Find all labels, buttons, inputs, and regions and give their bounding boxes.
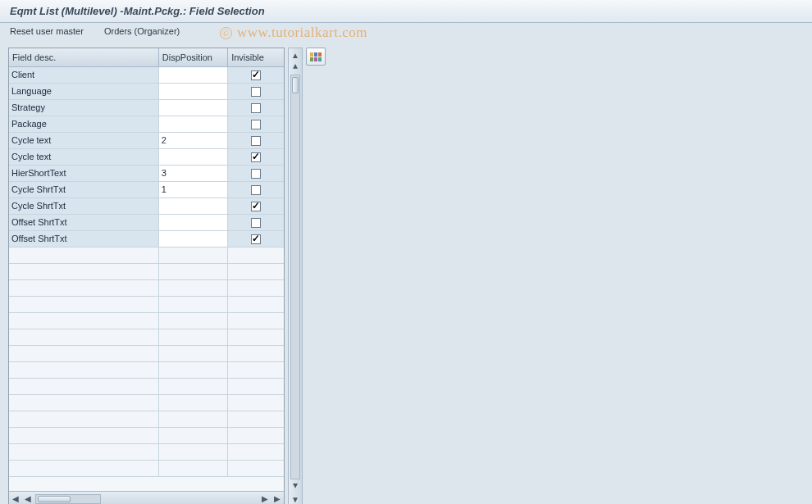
disp-position-cell[interactable] bbox=[158, 99, 227, 116]
watermark-text: www.tutorialkart.com bbox=[237, 25, 367, 40]
disp-position-cell[interactable] bbox=[158, 148, 227, 165]
table-row: Offset ShrtTxt bbox=[9, 214, 284, 230]
field-desc-cell[interactable]: Cycle text bbox=[9, 132, 158, 148]
scroll-up-icon[interactable]: ▲ bbox=[290, 50, 300, 60]
invisible-checkbox[interactable] bbox=[251, 169, 261, 179]
v-scroll-track[interactable] bbox=[290, 75, 300, 479]
field-desc-cell[interactable]: HierShortText bbox=[9, 165, 158, 181]
disp-position-cell[interactable] bbox=[158, 214, 227, 230]
invisible-checkbox[interactable] bbox=[251, 202, 261, 211]
invisible-cell[interactable] bbox=[228, 148, 284, 165]
table-row bbox=[9, 312, 284, 329]
table-row bbox=[9, 345, 284, 361]
disp-position-cell[interactable]: 2 bbox=[158, 132, 227, 148]
invisible-checkbox[interactable] bbox=[251, 152, 261, 162]
field-desc-cell[interactable]: Strategy bbox=[9, 99, 158, 116]
field-desc-cell[interactable]: Cycle text bbox=[9, 148, 158, 165]
window-title: Eqmt List (Multilevel) -Maint.Pckg.: Fie… bbox=[0, 0, 812, 23]
disp-position-cell[interactable]: 3 bbox=[158, 165, 227, 181]
invisible-cell[interactable] bbox=[228, 181, 284, 198]
scroll-right-icon[interactable]: ▶ bbox=[272, 494, 282, 504]
title-text: Eqmt List (Multilevel) -Maint.Pckg.: Fie… bbox=[10, 5, 265, 17]
h-scroll-track[interactable] bbox=[35, 494, 101, 504]
vertical-scrollbar[interactable]: ▲ ▼ ▲ ▼ bbox=[288, 48, 303, 504]
table-row bbox=[9, 329, 284, 345]
invisible-checkbox[interactable] bbox=[251, 234, 261, 244]
field-desc-cell[interactable]: Offset ShrtTxt bbox=[9, 214, 158, 230]
table-row: Cycle ShrtTxt bbox=[9, 198, 284, 214]
scroll-right-step-icon[interactable]: ▶ bbox=[260, 494, 270, 504]
scroll-down-icon[interactable]: ▼ bbox=[290, 494, 300, 504]
disp-position-cell[interactable] bbox=[158, 116, 227, 132]
table-settings-button[interactable] bbox=[306, 48, 326, 66]
column-invisible[interactable]: Invisible bbox=[228, 48, 284, 66]
disp-position-cell[interactable] bbox=[158, 83, 227, 99]
reset-user-master-button[interactable]: Reset user master bbox=[10, 26, 84, 36]
table-row bbox=[9, 394, 284, 411]
field-desc-cell[interactable]: Cycle ShrtTxt bbox=[9, 198, 158, 214]
h-scroll-thumb[interactable] bbox=[38, 496, 71, 502]
disp-position-cell[interactable] bbox=[158, 230, 227, 247]
table-row: Cycle text bbox=[9, 148, 284, 165]
field-desc-cell[interactable]: Language bbox=[9, 83, 158, 99]
table-row bbox=[9, 247, 284, 263]
invisible-checkbox[interactable] bbox=[251, 103, 261, 113]
table-row: Cycle text2 bbox=[9, 132, 284, 148]
invisible-checkbox[interactable] bbox=[251, 120, 261, 129]
column-disp-position[interactable]: DispPosition bbox=[158, 48, 227, 66]
table-row bbox=[9, 296, 284, 312]
scroll-left-step-icon[interactable]: ◀ bbox=[23, 494, 33, 504]
invisible-cell[interactable] bbox=[228, 230, 284, 247]
invisible-checkbox[interactable] bbox=[251, 136, 261, 146]
table-settings-icon bbox=[310, 52, 322, 61]
disp-position-cell[interactable]: 1 bbox=[158, 181, 227, 198]
field-selection-table: Field desc. DispPosition Invisible Clien… bbox=[8, 48, 285, 504]
invisible-checkbox[interactable] bbox=[251, 218, 261, 228]
toolbar: Reset user master Orders (Organizer) ©ww… bbox=[0, 23, 812, 43]
table-row bbox=[9, 460, 284, 476]
table-row: Package bbox=[9, 116, 284, 132]
disp-position-cell[interactable] bbox=[158, 198, 227, 214]
disp-position-cell[interactable] bbox=[158, 66, 227, 83]
column-field-desc[interactable]: Field desc. bbox=[9, 48, 158, 66]
table-row bbox=[9, 378, 284, 394]
table-row bbox=[9, 361, 284, 378]
table-row bbox=[9, 279, 284, 296]
table-row: Strategy bbox=[9, 99, 284, 116]
table-row: Offset ShrtTxt bbox=[9, 230, 284, 247]
invisible-cell[interactable] bbox=[228, 165, 284, 181]
invisible-checkbox[interactable] bbox=[251, 185, 261, 195]
table-row bbox=[9, 411, 284, 427]
content-area: Field desc. DispPosition Invisible Clien… bbox=[0, 43, 812, 504]
field-desc-cell[interactable]: Cycle ShrtTxt bbox=[9, 181, 158, 198]
scroll-up-step-icon[interactable]: ▼ bbox=[290, 62, 300, 72]
table-row: Cycle ShrtTxt1 bbox=[9, 181, 284, 198]
header-row: Field desc. DispPosition Invisible bbox=[9, 48, 284, 66]
field-desc-cell[interactable]: Package bbox=[9, 116, 158, 132]
table-row bbox=[9, 427, 284, 443]
invisible-checkbox[interactable] bbox=[251, 70, 261, 80]
table-row bbox=[9, 443, 284, 460]
table-row bbox=[9, 263, 284, 279]
orders-organizer-button[interactable]: Orders (Organizer) bbox=[104, 26, 180, 36]
scroll-down-step-icon[interactable]: ▲ bbox=[290, 482, 300, 492]
watermark: ©www.tutorialkart.com bbox=[220, 25, 385, 41]
invisible-cell[interactable] bbox=[228, 83, 284, 99]
field-desc-cell[interactable]: Client bbox=[9, 66, 158, 83]
invisible-cell[interactable] bbox=[228, 198, 284, 214]
invisible-cell[interactable] bbox=[228, 116, 284, 132]
copyright-icon: © bbox=[220, 27, 232, 39]
invisible-cell[interactable] bbox=[228, 66, 284, 83]
scroll-left-icon[interactable]: ◀ bbox=[11, 494, 21, 504]
invisible-cell[interactable] bbox=[228, 99, 284, 116]
invisible-cell[interactable] bbox=[228, 214, 284, 230]
field-desc-cell[interactable]: Offset ShrtTxt bbox=[9, 230, 158, 247]
table-row: HierShortText3 bbox=[9, 165, 284, 181]
table-row: Client bbox=[9, 66, 284, 83]
horizontal-scrollbar[interactable]: ◀ ◀ ▶ ▶ bbox=[9, 491, 284, 504]
v-scroll-thumb[interactable] bbox=[292, 77, 299, 93]
invisible-cell[interactable] bbox=[228, 132, 284, 148]
table-row: Language bbox=[9, 83, 284, 99]
invisible-checkbox[interactable] bbox=[251, 87, 261, 97]
